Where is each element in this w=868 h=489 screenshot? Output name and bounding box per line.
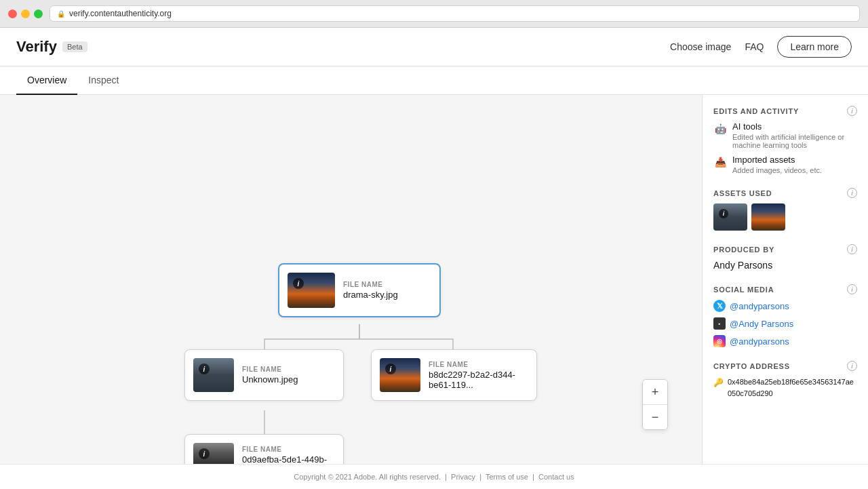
asset-thumbnail-sky: [751, 203, 785, 231]
faq-link[interactable]: FAQ: [745, 41, 764, 52]
crypto-hash: 0x48be84a25eb18f6e65e34563147ae050c705d2…: [728, 376, 857, 399]
assets-used-info-icon[interactable]: i: [847, 188, 857, 198]
grandchild-node-info: FILE NAME 0d9aefba-5de1-449b-89d4-c2...: [242, 446, 335, 465]
imported-assets-item: 📥 Imported assets Added images, videos, …: [713, 155, 857, 174]
square-link[interactable]: @Andy Parsons: [730, 319, 793, 329]
privacy-link[interactable]: Privacy: [451, 473, 475, 481]
tab-inspect[interactable]: Inspect: [77, 66, 130, 95]
social-media-section: SOCIAL MEDIA i 𝕏 @andyparsons ▪ @Andy Pa…: [713, 284, 857, 347]
zoom-controls: + −: [642, 379, 668, 430]
root-filename: drama-sky.jpg: [343, 290, 398, 300]
footer: Copyright © 2021 Adobe. All rights reser…: [0, 464, 868, 489]
social-media-header: SOCIAL MEDIA i: [713, 284, 857, 294]
maximize-button[interactable]: [34, 9, 43, 18]
app-title: Verify: [16, 38, 57, 56]
root-node[interactable]: i FILE NAME drama-sky.jpg: [278, 263, 441, 317]
grandchild-node[interactable]: i FILE NAME 0d9aefba-5de1-449b-89d4-c2..…: [184, 434, 344, 464]
close-button[interactable]: [8, 9, 17, 18]
crypto-address-header: CRYPTO ADDRESS i: [713, 361, 857, 371]
social-media-info-icon[interactable]: i: [847, 284, 857, 294]
instagram-icon: ◎: [713, 335, 726, 347]
produced-by-header: PRODUCED BY i: [713, 244, 857, 254]
assets-used-section: ASSETS USED i i: [713, 188, 857, 231]
produced-by-info-icon[interactable]: i: [847, 244, 857, 254]
assets-used-header: ASSETS USED i: [713, 188, 857, 198]
root-node-info: FILE NAME drama-sky.jpg: [343, 281, 398, 300]
imported-assets-text: Imported assets Added images, videos, et…: [732, 155, 822, 174]
terms-link[interactable]: Terms of use: [486, 473, 528, 481]
grandchild-file-label: FILE NAME: [242, 446, 335, 453]
traffic-lights: [8, 9, 43, 18]
learn-more-button[interactable]: Learn more: [777, 36, 852, 58]
child1-thumb-wrapper: i: [193, 358, 234, 392]
square-item: ▪ @Andy Parsons: [713, 317, 857, 330]
crypto-address-title: CRYPTO ADDRESS: [713, 362, 790, 370]
edits-activity-info-icon[interactable]: i: [847, 106, 857, 116]
ai-tools-item: 🤖 AI tools Edited with artificial intell…: [713, 121, 857, 149]
ai-tools-desc: Edited with artificial intelligence or m…: [732, 133, 857, 149]
twitter-item: 𝕏 @andyparsons: [713, 300, 857, 312]
twitter-link[interactable]: @andyparsons: [730, 301, 789, 311]
minimize-button[interactable]: [21, 9, 30, 18]
root-thumbnail: [288, 273, 335, 308]
twitter-icon: 𝕏: [713, 300, 726, 312]
crypto-address-section: CRYPTO ADDRESS i 🔑 0x48be84a25eb18f6e65e…: [713, 361, 857, 399]
asset-thumb-2[interactable]: [751, 203, 785, 231]
child1-node-info: FILE NAME Unknown.jpeg: [242, 366, 298, 385]
grandchild-filename: 0d9aefba-5de1-449b-89d4-c2...: [242, 454, 335, 465]
social-media-title: SOCIAL MEDIA: [713, 286, 774, 294]
ai-tools-label: AI tools: [732, 121, 857, 132]
browser-chrome: 🔒 verify.contentauthenticity.org: [0, 0, 868, 28]
child2-node-info: FILE NAME b8dc2297-b2a2-d344-be61-119...: [429, 361, 528, 390]
beta-badge: Beta: [62, 41, 87, 52]
assets-used-title: ASSETS USED: [713, 189, 772, 197]
imported-assets-label: Imported assets: [732, 155, 822, 165]
produced-by-title: PRODUCED BY: [713, 246, 774, 254]
app: Verify Beta Choose image FAQ Learn more …: [0, 28, 868, 489]
child1-node[interactable]: i FILE NAME Unknown.jpeg: [184, 349, 344, 401]
child2-node[interactable]: i FILE NAME b8dc2297-b2a2-d344-be61-119.…: [371, 349, 537, 401]
main-content: i FILE NAME drama-sky.jpg i FILE NAME: [0, 95, 868, 464]
imported-assets-desc: Added images, videos, etc.: [732, 166, 822, 174]
choose-image-link[interactable]: Choose image: [670, 41, 731, 52]
asset-thumb-1[interactable]: i: [713, 203, 747, 231]
imported-assets-icon: 📥: [713, 155, 727, 169]
ai-tools-text: AI tools Edited with artificial intellig…: [732, 121, 857, 149]
square-icon: ▪: [713, 317, 726, 330]
grandchild-info-icon[interactable]: i: [199, 448, 210, 459]
child1-thumbnail: [193, 358, 234, 392]
child1-file-label: FILE NAME: [242, 366, 298, 373]
crypto-info-icon[interactable]: i: [847, 361, 857, 371]
url-text: verify.contentauthenticity.org: [69, 9, 172, 18]
child1-filename: Unknown.jpeg: [242, 374, 298, 385]
tab-overview[interactable]: Overview: [16, 66, 77, 95]
copyright-text: Copyright © 2021 Adobe. All rights reser…: [294, 473, 441, 481]
child2-thumbnail: [380, 358, 420, 392]
asset1-info-icon[interactable]: i: [719, 209, 728, 218]
root-file-label: FILE NAME: [343, 281, 398, 288]
root-thumb-wrapper: i: [288, 273, 335, 308]
child2-thumb-wrapper: i: [380, 358, 420, 392]
lock-icon: 🔒: [57, 10, 65, 18]
zoom-out-button[interactable]: −: [643, 405, 667, 429]
contact-link[interactable]: Contact us: [538, 473, 574, 481]
child2-info-icon[interactable]: i: [385, 364, 396, 374]
child2-filename: b8dc2297-b2a2-d344-be61-119...: [429, 370, 528, 390]
produced-by-section: PRODUCED BY i Andy Parsons: [713, 244, 857, 271]
right-panel: EDITS AND ACTIVITY i 🤖 AI tools Edited w…: [702, 95, 868, 464]
crypto-content: 🔑 0x48be84a25eb18f6e65e34563147ae050c705…: [713, 376, 857, 399]
child2-file-label: FILE NAME: [429, 361, 528, 368]
key-icon: 🔑: [713, 378, 724, 387]
grandchild-thumb-wrapper: i: [193, 443, 234, 464]
instagram-link[interactable]: @andyparsons: [730, 336, 789, 347]
edits-activity-header: EDITS AND ACTIVITY i: [713, 106, 857, 116]
root-info-icon[interactable]: i: [293, 278, 304, 289]
address-bar[interactable]: 🔒 verify.contentauthenticity.org: [50, 5, 860, 22]
canvas-area: i FILE NAME drama-sky.jpg i FILE NAME: [0, 95, 702, 464]
edits-activity-title: EDITS AND ACTIVITY: [713, 107, 799, 115]
header: Verify Beta Choose image FAQ Learn more: [0, 28, 868, 66]
child1-info-icon[interactable]: i: [199, 364, 210, 374]
instagram-item: ◎ @andyparsons: [713, 335, 857, 347]
zoom-in-button[interactable]: +: [643, 380, 667, 404]
tabs-bar: Overview Inspect: [0, 66, 868, 95]
